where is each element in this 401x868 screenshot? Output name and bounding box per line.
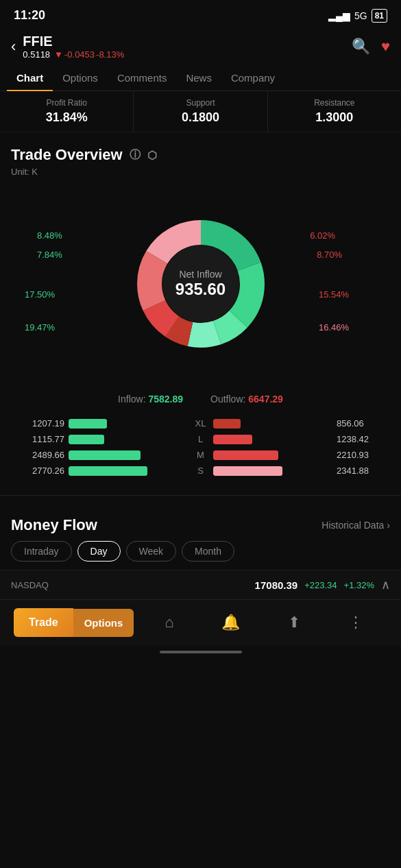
bar-fill-left-s — [69, 466, 147, 476]
trade-overview-section: Trade Overview ⓘ ⬡ Unit: K 8.48% 7.84% 1… — [0, 132, 401, 488]
share-nav-icon[interactable]: ⬆ — [288, 614, 300, 631]
bar-left-val-xl: 1207.19 — [16, 418, 64, 429]
bar-cat-l: L — [193, 434, 209, 444]
bar-fill-left-xl — [69, 419, 107, 429]
bar-left-val-m: 2489.66 — [16, 450, 64, 460]
donut-label-1750: 17.50% — [25, 289, 55, 300]
historical-data-link[interactable]: Historical Data › — [321, 520, 390, 531]
bar-row-s: 2770.26 S 2341.88 — [16, 466, 385, 476]
bottom-ticker: NASDAQ 17080.39 +223.34 +1.32% ∧ — [0, 570, 401, 599]
donut-label-1646: 16.46% — [319, 322, 349, 333]
historical-label: Historical Data — [321, 520, 384, 531]
options-button[interactable]: Options — [73, 609, 134, 637]
tab-company[interactable]: Company — [221, 65, 284, 91]
bar-left-val-s: 2770.26 — [16, 466, 64, 476]
bar-left-s — [69, 466, 189, 476]
bar-left-m — [69, 450, 189, 460]
donut-center: Net Inflow 935.60 — [175, 269, 226, 299]
period-tab-day[interactable]: Day — [77, 541, 121, 562]
trade-overview-title: Trade Overview ⓘ ⬡ — [11, 146, 390, 164]
bar-right-m — [213, 450, 333, 460]
more-icon[interactable]: ⋮ — [348, 614, 363, 631]
bar-cat-xl: XL — [193, 418, 209, 429]
network-type: 5G — [354, 10, 367, 21]
stock-price: 0.5118 — [23, 49, 50, 60]
period-tab-intraday[interactable]: Intraday — [11, 541, 72, 562]
tab-comments[interactable]: Comments — [108, 65, 177, 91]
price-change: ▼ -0.0453 -8.13% — [54, 49, 124, 60]
bottom-nav: Trade Options ⌂ 🔔 ⬆ ⋮ — [0, 599, 401, 645]
metric-support-value: 0.1800 — [145, 110, 256, 125]
bar-right-val-s: 2341.88 — [337, 466, 385, 476]
battery-indicator: 81 — [372, 9, 387, 23]
back-button[interactable]: ‹ — [11, 38, 16, 56]
tab-options[interactable]: Options — [53, 65, 108, 91]
price-delta: -0.0453 — [64, 49, 95, 60]
ticker-price-row: 0.5118 ▼ -0.0453 -8.13% — [23, 49, 352, 60]
metrics-row: Profit Ratio 31.84% Support 0.1800 Resis… — [0, 91, 401, 132]
header-actions: 🔍 ♥ — [352, 38, 390, 56]
period-tabs: Intraday Day Week Month — [0, 541, 401, 570]
price-delta-pct: -8.13% — [96, 49, 124, 60]
unit-label: Unit: K — [11, 167, 390, 177]
outflow-summary: Outflow: 6647.29 — [210, 394, 283, 405]
donut-chart-container: 8.48% 7.84% 17.50% 19.47% 6.02% 8.70% 15… — [11, 188, 390, 380]
metric-support-label: Support — [145, 98, 256, 108]
home-indicator — [0, 645, 401, 658]
info-icon[interactable]: ⓘ — [130, 148, 141, 162]
bar-fill-right-xl — [213, 419, 241, 429]
chevron-right-icon: › — [387, 520, 390, 531]
bar-row-l: 1115.77 L 1238.42 — [16, 434, 385, 444]
bar-rows: 1207.19 XL 856.06 1115.77 L 1238.42 2489… — [11, 418, 390, 476]
metric-resistance-label: Resistance — [279, 98, 390, 108]
search-icon[interactable]: 🔍 — [352, 38, 370, 56]
money-flow-header: Money Flow Historical Data › — [0, 503, 401, 541]
nasdaq-label: NASDAQ — [11, 580, 49, 590]
chevron-up-icon[interactable]: ∧ — [381, 577, 390, 592]
donut-label-1554: 15.54% — [319, 289, 349, 300]
trade-button[interactable]: Trade — [14, 608, 73, 637]
stock-header: ‹ FFIE 0.5118 ▼ -0.0453 -8.13% 🔍 ♥ — [0, 28, 401, 65]
tab-chart[interactable]: Chart — [7, 65, 53, 91]
bar-right-val-xl: 856.06 — [337, 418, 385, 429]
bar-cat-s: S — [193, 466, 209, 476]
inflow-value: 7582.89 — [148, 394, 183, 405]
home-icon[interactable]: ⌂ — [165, 614, 173, 631]
period-tab-week[interactable]: Week — [126, 541, 177, 562]
metric-profit-ratio: Profit Ratio 31.84% — [0, 91, 134, 132]
metric-resistance-value: 1.3000 — [279, 110, 390, 125]
bar-cat-m: M — [193, 450, 209, 460]
status-icons: ▂▄▆ 5G 81 — [328, 9, 387, 23]
flow-summary: Inflow: 7582.89 Outflow: 6647.29 — [11, 394, 390, 405]
status-bar: 11:20 ▂▄▆ 5G 81 — [0, 0, 401, 28]
bar-fill-left-m — [69, 450, 141, 460]
bar-right-val-m: 2210.93 — [337, 450, 385, 460]
nasdaq-change-pct: +1.32% — [344, 580, 374, 590]
status-time: 11:20 — [14, 8, 45, 23]
bar-left-xl — [69, 419, 189, 429]
tab-news[interactable]: News — [176, 65, 221, 91]
nasdaq-price: 17080.39 — [255, 579, 298, 591]
divider — [0, 495, 401, 496]
signal-icon: ▂▄▆ — [328, 10, 350, 21]
bar-left-l — [69, 435, 189, 444]
favorite-icon[interactable]: ♥ — [381, 38, 390, 56]
metric-profit-label: Profit Ratio — [11, 98, 122, 108]
money-flow-title: Money Flow — [11, 516, 97, 534]
notification-icon[interactable]: 🔔 — [221, 614, 240, 631]
metric-resistance: Resistance 1.3000 — [268, 91, 401, 132]
bar-left-val-l: 1115.77 — [16, 434, 64, 444]
donut-center-value: 935.60 — [175, 280, 226, 299]
bar-row-m: 2489.66 M 2210.93 — [16, 450, 385, 460]
nav-icons: ⌂ 🔔 ⬆ ⋮ — [141, 614, 387, 631]
outflow-label: Outflow: — [210, 394, 245, 405]
metric-support: Support 0.1800 — [134, 91, 267, 132]
share-icon[interactable]: ⬡ — [147, 149, 157, 162]
home-bar — [160, 651, 242, 653]
header-title-block: FFIE 0.5118 ▼ -0.0453 -8.13% — [23, 34, 352, 60]
bar-fill-left-l — [69, 435, 104, 444]
outflow-value: 6647.29 — [248, 394, 283, 405]
nasdaq-change: +223.34 — [304, 580, 337, 590]
period-tab-month[interactable]: Month — [182, 541, 234, 562]
metric-profit-value: 31.84% — [11, 110, 122, 125]
